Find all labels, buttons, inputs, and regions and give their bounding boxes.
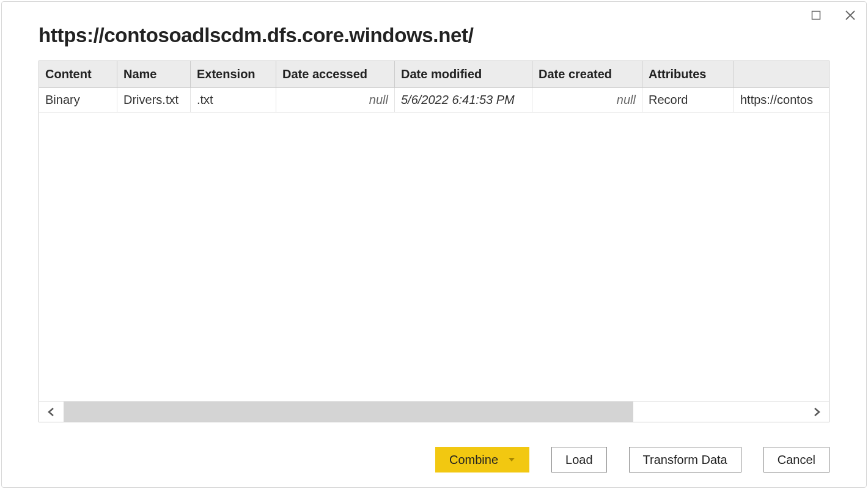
cancel-label: Cancel — [778, 453, 815, 467]
combine-button[interactable]: Combine — [435, 447, 529, 472]
col-name[interactable]: Name — [117, 61, 191, 87]
date-value: 5/6/2022 6:41:53 PM — [401, 93, 515, 106]
cell-date-modified: 5/6/2022 6:41:53 PM — [395, 88, 532, 112]
content-area: https://contosoadlscdm.dfs.core.windows.… — [39, 21, 829, 472]
col-date-modified[interactable]: Date modified — [395, 61, 532, 87]
dialog-window: https://contosoadlscdm.dfs.core.windows.… — [1, 1, 867, 488]
scroll-left-button[interactable] — [39, 402, 64, 422]
svg-rect-0 — [812, 12, 820, 20]
scroll-thumb[interactable] — [633, 402, 804, 422]
cancel-button[interactable]: Cancel — [763, 447, 829, 472]
col-content[interactable]: Content — [39, 61, 117, 87]
close-icon — [845, 10, 856, 21]
table-body: Binary Drivers.txt .txt null 5/6/2022 6:… — [39, 88, 829, 401]
cell-name: Drivers.txt — [117, 88, 191, 112]
null-value: null — [539, 93, 636, 107]
cell-extension: .txt — [191, 88, 276, 112]
col-path[interactable] — [734, 61, 829, 87]
cell-path: https://contos — [734, 88, 829, 112]
null-value: null — [282, 93, 388, 107]
dropdown-icon — [508, 457, 515, 463]
page-title: https://contosoadlscdm.dfs.core.windows.… — [39, 24, 829, 47]
cell-attributes: Record — [642, 88, 734, 112]
load-label: Load — [565, 453, 593, 467]
maximize-icon — [811, 10, 821, 20]
cell-date-accessed: null — [276, 88, 395, 112]
horizontal-scrollbar[interactable] — [39, 401, 829, 422]
combine-label: Combine — [449, 453, 498, 467]
cell-date-created: null — [532, 88, 642, 112]
load-button[interactable]: Load — [551, 447, 607, 472]
chevron-left-icon — [46, 407, 56, 417]
col-attributes[interactable]: Attributes — [642, 61, 734, 87]
transform-label: Transform Data — [643, 453, 727, 467]
button-row: Combine Load Transform Data Cancel — [39, 422, 829, 472]
close-button[interactable] — [842, 7, 859, 24]
data-table: Content Name Extension Date accessed Dat… — [39, 61, 829, 422]
transform-data-button[interactable]: Transform Data — [629, 447, 741, 472]
cell-content: Binary — [39, 88, 117, 112]
col-date-created[interactable]: Date created — [532, 61, 642, 87]
col-extension[interactable]: Extension — [191, 61, 276, 87]
scroll-right-button[interactable] — [804, 402, 829, 422]
table-header: Content Name Extension Date accessed Dat… — [39, 61, 829, 88]
scroll-track[interactable] — [64, 402, 804, 422]
chevron-right-icon — [812, 407, 822, 417]
table-row[interactable]: Binary Drivers.txt .txt null 5/6/2022 6:… — [39, 88, 829, 112]
col-date-accessed[interactable]: Date accessed — [276, 61, 395, 87]
